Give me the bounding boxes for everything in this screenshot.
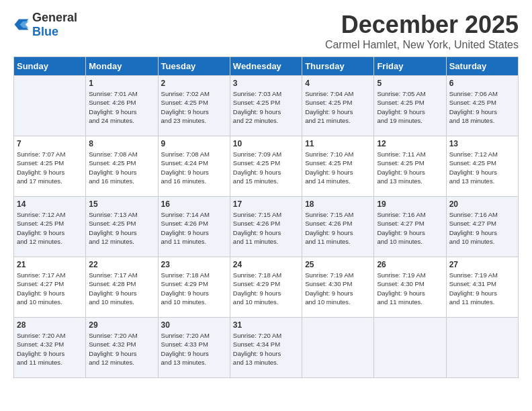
title-area: December 2025 Carmel Hamlet, New York, U… xyxy=(325,11,519,51)
day-number: 1 xyxy=(89,79,154,88)
day-number: 5 xyxy=(377,79,443,88)
day-cell: 31Sunrise: 7:20 AM Sunset: 4:34 PM Dayli… xyxy=(230,318,302,378)
day-cell: 12Sunrise: 7:11 AM Sunset: 4:25 PM Dayli… xyxy=(374,136,446,197)
day-number: 31 xyxy=(233,320,299,330)
day-info: Sunrise: 7:04 AM Sunset: 4:25 PM Dayligh… xyxy=(305,89,371,125)
day-cell: 15Sunrise: 7:13 AM Sunset: 4:25 PM Dayli… xyxy=(86,197,158,257)
day-cell: 14Sunrise: 7:12 AM Sunset: 4:25 PM Dayli… xyxy=(14,197,86,257)
logo-blue: Blue xyxy=(32,25,58,38)
day-number: 16 xyxy=(161,199,227,209)
day-info: Sunrise: 7:12 AM Sunset: 4:25 PM Dayligh… xyxy=(449,150,515,185)
day-number: 9 xyxy=(161,139,227,148)
day-cell: 29Sunrise: 7:20 AM Sunset: 4:32 PM Dayli… xyxy=(86,318,158,378)
day-cell: 28Sunrise: 7:20 AM Sunset: 4:32 PM Dayli… xyxy=(14,318,86,378)
day-number: 18 xyxy=(305,199,371,209)
day-number: 12 xyxy=(377,139,443,148)
day-number: 15 xyxy=(89,199,154,209)
header-wednesday: Wednesday xyxy=(230,57,302,76)
day-info: Sunrise: 7:11 AM Sunset: 4:25 PM Dayligh… xyxy=(377,150,443,185)
day-cell: 30Sunrise: 7:20 AM Sunset: 4:33 PM Dayli… xyxy=(158,318,230,378)
day-info: Sunrise: 7:17 AM Sunset: 4:28 PM Dayligh… xyxy=(89,271,154,306)
day-number: 20 xyxy=(449,199,515,209)
day-number: 6 xyxy=(449,79,515,88)
day-info: Sunrise: 7:20 AM Sunset: 4:32 PM Dayligh… xyxy=(17,331,83,367)
day-cell: 26Sunrise: 7:19 AM Sunset: 4:30 PM Dayli… xyxy=(374,257,446,318)
day-info: Sunrise: 7:06 AM Sunset: 4:25 PM Dayligh… xyxy=(449,89,515,125)
day-info: Sunrise: 7:05 AM Sunset: 4:25 PM Dayligh… xyxy=(377,89,443,125)
day-cell: 24Sunrise: 7:18 AM Sunset: 4:29 PM Dayli… xyxy=(230,257,302,318)
day-cell: 7Sunrise: 7:07 AM Sunset: 4:25 PM Daylig… xyxy=(14,136,86,197)
day-info: Sunrise: 7:19 AM Sunset: 4:30 PM Dayligh… xyxy=(305,271,371,306)
day-info: Sunrise: 7:01 AM Sunset: 4:26 PM Dayligh… xyxy=(89,89,154,125)
header-row: Sunday Monday Tuesday Wednesday Thursday… xyxy=(14,57,519,76)
day-number: 14 xyxy=(17,199,83,209)
day-number: 8 xyxy=(89,139,154,148)
logo-general: General xyxy=(32,11,77,24)
day-cell: 5Sunrise: 7:05 AM Sunset: 4:25 PM Daylig… xyxy=(374,76,446,136)
day-info: Sunrise: 7:16 AM Sunset: 4:27 PM Dayligh… xyxy=(377,210,443,246)
day-number: 17 xyxy=(233,199,299,209)
day-cell: 23Sunrise: 7:18 AM Sunset: 4:29 PM Dayli… xyxy=(158,257,230,318)
day-info: Sunrise: 7:20 AM Sunset: 4:32 PM Dayligh… xyxy=(89,331,154,367)
day-number: 11 xyxy=(305,139,371,148)
location-title: Carmel Hamlet, New York, United States xyxy=(325,39,519,51)
week-row-2: 14Sunrise: 7:12 AM Sunset: 4:25 PM Dayli… xyxy=(14,197,519,257)
day-number: 19 xyxy=(377,199,443,209)
day-cell: 18Sunrise: 7:15 AM Sunset: 4:26 PM Dayli… xyxy=(302,197,374,257)
day-cell: 16Sunrise: 7:14 AM Sunset: 4:26 PM Dayli… xyxy=(158,197,230,257)
calendar-table: Sunday Monday Tuesday Wednesday Thursday… xyxy=(13,56,519,378)
day-number: 21 xyxy=(17,260,83,269)
day-cell: 8Sunrise: 7:08 AM Sunset: 4:25 PM Daylig… xyxy=(86,136,158,197)
day-info: Sunrise: 7:15 AM Sunset: 4:26 PM Dayligh… xyxy=(305,210,371,246)
day-info: Sunrise: 7:14 AM Sunset: 4:26 PM Dayligh… xyxy=(161,210,227,246)
day-info: Sunrise: 7:10 AM Sunset: 4:25 PM Dayligh… xyxy=(305,150,371,185)
day-info: Sunrise: 7:18 AM Sunset: 4:29 PM Dayligh… xyxy=(161,271,227,306)
day-info: Sunrise: 7:12 AM Sunset: 4:25 PM Dayligh… xyxy=(17,210,83,246)
header-sunday: Sunday xyxy=(14,57,86,76)
week-row-4: 28Sunrise: 7:20 AM Sunset: 4:32 PM Dayli… xyxy=(14,318,519,378)
day-number: 30 xyxy=(161,320,227,330)
header-tuesday: Tuesday xyxy=(158,57,230,76)
day-info: Sunrise: 7:07 AM Sunset: 4:25 PM Dayligh… xyxy=(17,150,83,185)
day-cell: 21Sunrise: 7:17 AM Sunset: 4:27 PM Dayli… xyxy=(14,257,86,318)
header-monday: Monday xyxy=(86,57,158,76)
day-info: Sunrise: 7:19 AM Sunset: 4:30 PM Dayligh… xyxy=(377,271,443,306)
day-cell xyxy=(446,318,518,378)
logo: General Blue xyxy=(13,11,77,39)
day-cell: 11Sunrise: 7:10 AM Sunset: 4:25 PM Dayli… xyxy=(302,136,374,197)
day-number: 22 xyxy=(89,260,154,269)
day-cell: 9Sunrise: 7:08 AM Sunset: 4:24 PM Daylig… xyxy=(158,136,230,197)
day-cell: 1Sunrise: 7:01 AM Sunset: 4:26 PM Daylig… xyxy=(86,76,158,136)
day-info: Sunrise: 7:02 AM Sunset: 4:25 PM Dayligh… xyxy=(161,89,227,125)
day-number: 26 xyxy=(377,260,443,269)
day-info: Sunrise: 7:15 AM Sunset: 4:26 PM Dayligh… xyxy=(233,210,299,246)
day-info: Sunrise: 7:03 AM Sunset: 4:25 PM Dayligh… xyxy=(233,89,299,125)
day-info: Sunrise: 7:13 AM Sunset: 4:25 PM Dayligh… xyxy=(89,210,154,246)
day-cell: 20Sunrise: 7:16 AM Sunset: 4:27 PM Dayli… xyxy=(446,197,518,257)
day-cell: 25Sunrise: 7:19 AM Sunset: 4:30 PM Dayli… xyxy=(302,257,374,318)
day-info: Sunrise: 7:17 AM Sunset: 4:27 PM Dayligh… xyxy=(17,271,83,306)
day-cell: 13Sunrise: 7:12 AM Sunset: 4:25 PM Dayli… xyxy=(446,136,518,197)
header-saturday: Saturday xyxy=(446,57,518,76)
day-number: 2 xyxy=(161,79,227,88)
day-cell xyxy=(302,318,374,378)
day-cell: 2Sunrise: 7:02 AM Sunset: 4:25 PM Daylig… xyxy=(158,76,230,136)
logo-icon xyxy=(13,18,30,32)
day-number: 29 xyxy=(89,320,154,330)
week-row-3: 21Sunrise: 7:17 AM Sunset: 4:27 PM Dayli… xyxy=(14,257,519,318)
day-info: Sunrise: 7:20 AM Sunset: 4:33 PM Dayligh… xyxy=(161,331,227,367)
day-number: 28 xyxy=(17,320,83,330)
day-number: 13 xyxy=(449,139,515,148)
day-number: 24 xyxy=(233,260,299,269)
day-number: 25 xyxy=(305,260,371,269)
day-cell: 4Sunrise: 7:04 AM Sunset: 4:25 PM Daylig… xyxy=(302,76,374,136)
day-cell: 19Sunrise: 7:16 AM Sunset: 4:27 PM Dayli… xyxy=(374,197,446,257)
day-cell xyxy=(374,318,446,378)
week-row-0: 1Sunrise: 7:01 AM Sunset: 4:26 PM Daylig… xyxy=(14,76,519,136)
day-number: 10 xyxy=(233,139,299,148)
day-number: 4 xyxy=(305,79,371,88)
day-info: Sunrise: 7:16 AM Sunset: 4:27 PM Dayligh… xyxy=(449,210,515,246)
month-title: December 2025 xyxy=(325,11,519,39)
day-info: Sunrise: 7:09 AM Sunset: 4:25 PM Dayligh… xyxy=(233,150,299,185)
week-row-1: 7Sunrise: 7:07 AM Sunset: 4:25 PM Daylig… xyxy=(14,136,519,197)
